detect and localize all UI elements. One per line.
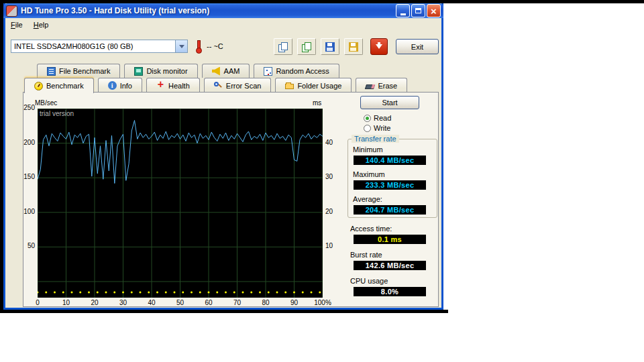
x-tick-80: 80 — [256, 299, 276, 306]
hdtune-window: HD Tune Pro 3.50 - Hard Disk Utility (tr… — [3, 3, 443, 310]
error-scan-icon — [214, 81, 223, 90]
y-left-tick-250: 250 — [19, 104, 35, 111]
x-tick-70: 70 — [227, 299, 248, 306]
y-left-tick-100: 100 — [19, 208, 35, 215]
tab-info[interactable]: Info — [98, 78, 142, 93]
benchmark-plot-svg — [38, 109, 323, 298]
copy-results-button[interactable] — [297, 38, 316, 55]
minimize-button[interactable] — [396, 4, 410, 17]
x-tick-60: 60 — [199, 299, 219, 306]
start-button[interactable]: Start — [360, 96, 419, 109]
disk-monitor-icon — [134, 67, 143, 76]
benchmark-icon — [34, 82, 43, 90]
copy-pages-icon — [278, 42, 288, 52]
x-tick-90: 90 — [284, 299, 305, 306]
drive-select-value: INTEL SSDSA2MH080G1G (80 GB) — [11, 42, 175, 50]
x-tick-40: 40 — [142, 299, 162, 306]
y-right-tick-40: 40 — [325, 139, 333, 146]
y-right-tick-30: 30 — [325, 173, 333, 180]
cpu-usage-value: 8.0% — [354, 287, 426, 296]
copy-pages-green-icon — [301, 42, 312, 52]
tab-aam[interactable]: AAM — [202, 64, 250, 78]
y-right-axis-unit: ms — [313, 99, 321, 107]
thermometer-icon — [196, 40, 201, 52]
x-tick-100%: 100% — [313, 299, 333, 306]
save-screenshot-button[interactable] — [321, 38, 339, 55]
tab-random-access[interactable]: Random Access — [254, 64, 339, 78]
read-radio[interactable]: Read — [364, 114, 391, 122]
tab-file-benchmark[interactable]: File Benchmark — [37, 64, 120, 78]
floppy-yellow-icon — [349, 42, 358, 52]
burst-rate-value: 142.6 MB/sec — [354, 261, 426, 270]
folder-usage-icon — [285, 84, 294, 89]
tab-error-scan[interactable]: Error Scan — [204, 78, 272, 93]
copy-screenshot-button[interactable] — [274, 38, 292, 55]
burst-rate-label: Burst rate — [350, 251, 382, 259]
menu-bar: FileHelp — [5, 18, 441, 32]
save-results-button[interactable] — [344, 38, 363, 55]
y-left-axis-unit: MB/sec — [35, 99, 57, 107]
y-left-tick-50: 50 — [19, 242, 35, 249]
y-right-tick-20: 20 — [325, 208, 333, 215]
aam-icon — [212, 67, 221, 76]
average-value: 204.7 MB/sec — [354, 205, 426, 215]
close-button[interactable] — [427, 4, 441, 17]
hd-tune-logo-icon — [6, 5, 17, 17]
window-title: HD Tune Pro 3.50 - Hard Disk Utility (tr… — [21, 6, 394, 15]
tab-benchmark[interactable]: Benchmark — [24, 78, 94, 93]
write-radio[interactable]: Write — [364, 124, 390, 132]
x-tick-0: 0 — [28, 299, 48, 306]
tab-row-secondary: File BenchmarkDisk monitorAAMRandom Acce… — [37, 64, 339, 78]
tab-health[interactable]: Health — [146, 78, 200, 93]
cpu-usage-label: CPU usage — [350, 277, 388, 285]
file-benchmark-icon — [47, 67, 56, 76]
tab-folder-usage[interactable]: Folder Usage — [275, 78, 352, 93]
x-tick-30: 30 — [113, 299, 133, 306]
toolbar: INTEL SSDSA2MH080G1G (80 GB) -- ~C Exit — [5, 32, 441, 61]
chevron-down-icon[interactable] — [175, 40, 187, 52]
x-tick-10: 10 — [56, 299, 76, 306]
x-tick-20: 20 — [85, 299, 105, 306]
menu-help[interactable]: Help — [28, 19, 54, 30]
temperature-value: -- ~C — [207, 42, 223, 50]
info-icon — [108, 81, 117, 90]
x-tick-50: 50 — [170, 299, 191, 306]
down-arrow-icon — [376, 42, 382, 52]
exit-button[interactable]: Exit — [396, 39, 439, 54]
write-radio-label: Write — [374, 124, 390, 132]
erase-icon — [365, 84, 375, 89]
drive-select[interactable]: INTEL SSDSA2MH080G1G (80 GB) — [11, 40, 188, 53]
y-left-tick-200: 200 — [19, 139, 35, 146]
minimum-value: 140.4 MB/sec — [354, 156, 426, 165]
y-left-tick-150: 150 — [19, 173, 35, 180]
toolbar-buttons — [274, 38, 363, 55]
title-bar[interactable]: HD Tune Pro 3.50 - Hard Disk Utility (tr… — [3, 3, 443, 18]
tab-disk-monitor[interactable]: Disk monitor — [124, 64, 197, 78]
transfer-rate-title: Transfer rate — [352, 135, 399, 143]
access-time-label: Access time: — [350, 225, 392, 233]
update-button[interactable] — [370, 38, 388, 55]
read-radio-circle[interactable] — [364, 115, 371, 122]
menu-file[interactable]: File — [5, 19, 28, 30]
health-icon — [156, 81, 165, 90]
desktop-frame-bottom — [0, 310, 448, 313]
trial-watermark: trial version — [40, 110, 74, 117]
y-right-tick-10: 10 — [325, 242, 333, 249]
tab-erase[interactable]: Erase — [356, 78, 407, 93]
benchmark-chart: trial version — [38, 109, 323, 298]
average-label: Average: — [353, 195, 382, 203]
floppy-icon — [325, 42, 335, 52]
minimum-label: Minimum — [353, 145, 383, 154]
random-access-icon — [264, 67, 272, 76]
maximum-label: Maximum — [353, 170, 385, 178]
maximize-button[interactable] — [411, 4, 425, 17]
tab-row-primary: BenchmarkInfoHealthError ScanFolder Usag… — [24, 78, 407, 93]
maximum-value: 233.3 MB/sec — [354, 180, 426, 190]
write-radio-circle[interactable] — [364, 125, 371, 132]
read-radio-label: Read — [374, 114, 391, 122]
access-time-value: 0.1 ms — [354, 235, 426, 244]
